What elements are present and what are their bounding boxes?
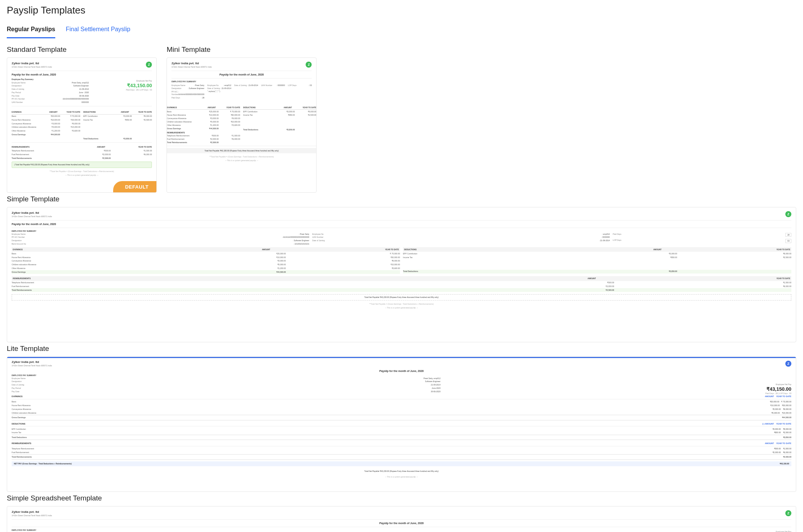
- template-card-spreadsheet[interactable]: Z Zylker India pvt. ltd 14 Elm Street Ch…: [7, 506, 796, 532]
- template-card-simple[interactable]: Z Zylker India pvt. ltd 14 Elm Street Ch…: [7, 207, 796, 342]
- template-spreadsheet: Simple Spreadsheet Template Z Zylker Ind…: [7, 494, 796, 532]
- tab-final-settlement-payslip[interactable]: Final Settlement Payslip: [66, 23, 130, 38]
- company-name: Zylker India pvt. ltd: [12, 62, 152, 66]
- template-mini: Mini Template Z Zylker India pvt. ltd 14…: [167, 43, 317, 193]
- template-card-lite[interactable]: Z Zylker India pvt. ltd 14 Elm Street Ch…: [7, 357, 796, 492]
- template-title: Standard Template: [7, 45, 157, 54]
- logo-badge: Z: [785, 510, 791, 516]
- default-badge: DEFAULT: [113, 181, 157, 193]
- net-payable-box: | Total Net Payable ₹43,150.00 (Rupees F…: [12, 162, 152, 168]
- template-title: Lite Template: [7, 345, 796, 353]
- tabs: Regular Payslips Final Settlement Paysli…: [7, 23, 796, 39]
- template-simple: Simple Template Z Zylker India pvt. ltd …: [7, 195, 796, 342]
- company-address: 14 Elm Street Chennai Tamil Nadu 600071 …: [12, 66, 152, 68]
- template-standard: Standard Template Z Zylker India pvt. lt…: [7, 43, 157, 193]
- tab-regular-payslips[interactable]: Regular Payslips: [7, 23, 55, 38]
- template-card-mini[interactable]: Z Zylker India pvt. ltd 14 Elm Street Ch…: [167, 57, 317, 193]
- template-card-standard[interactable]: Z Zylker India pvt. ltd 14 Elm Street Ch…: [7, 57, 157, 193]
- page-title: Payslip Templates: [7, 5, 796, 16]
- logo-badge: Z: [785, 211, 791, 217]
- template-lite: Lite Template Z Zylker India pvt. ltd 14…: [7, 345, 796, 492]
- payslip-month-title: Payslip for the month of June, 2020: [12, 73, 152, 76]
- template-title: Simple Template: [7, 195, 796, 203]
- template-title: Mini Template: [167, 45, 317, 54]
- template-title: Simple Spreadsheet Template: [7, 494, 796, 502]
- logo-badge: Z: [785, 361, 791, 367]
